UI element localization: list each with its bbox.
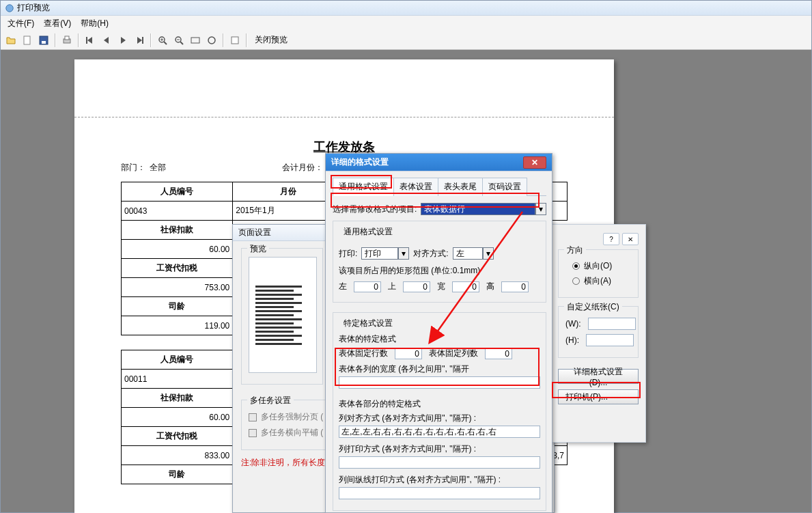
svg-rect-5	[65, 36, 69, 40]
chevron-down-icon[interactable]: ▾	[398, 247, 409, 260]
first-page-icon[interactable]	[83, 32, 98, 48]
detail-format-button[interactable]: 详细格式设置(D)...	[558, 369, 639, 384]
tab-general[interactable]: 通用格式设置	[333, 178, 394, 196]
svg-point-0	[6, 4, 14, 12]
select-item-label: 选择需修改格式的项目:	[333, 204, 417, 215]
col-vline-input[interactable]	[339, 487, 540, 499]
settings-icon[interactable]	[227, 32, 242, 48]
detail-format-dialog: 详细的格式设置 ✕ 通用格式设置 表体设置 表头表尾 页码设置 选择需修改格式的…	[325, 153, 552, 513]
height-label: 高	[486, 281, 494, 292]
paper-legend: 自定义纸张(C)	[564, 301, 622, 313]
fixrow-input[interactable]	[395, 348, 422, 359]
separator	[55, 33, 56, 47]
multi-legend: 多任务设置	[247, 395, 294, 406]
new-icon[interactable]	[20, 32, 35, 48]
window-title: 打印预览	[17, 2, 50, 14]
dept-value: 全部	[150, 162, 166, 174]
col-head: 社保扣款	[122, 389, 233, 408]
menu-file[interactable]: 文件(F)	[3, 16, 38, 31]
cell: 00011	[122, 370, 233, 389]
fixcol-input[interactable]	[485, 348, 512, 359]
body-format-label: 表体的特定格式	[339, 333, 540, 345]
col-head: 司龄	[122, 297, 233, 316]
print-icon[interactable]	[59, 32, 74, 48]
dropdown-value: 表体数据行	[421, 203, 535, 215]
width-label: 宽	[437, 281, 445, 292]
horizontal-tile-checkbox[interactable]	[249, 429, 257, 437]
col-align-input[interactable]	[339, 426, 540, 438]
width-input[interactable]	[452, 281, 479, 292]
col-vline-label: 列间纵线打印方式 (各对齐方式间用", "隔开) :	[339, 474, 540, 486]
left-input[interactable]	[354, 281, 381, 292]
opt2-label: 多任务横向平铺 (	[261, 427, 323, 439]
open-icon[interactable]	[3, 32, 18, 48]
tab-bar: 通用格式设置 表体设置 表头表尾 页码设置	[333, 177, 546, 196]
svg-rect-3	[42, 41, 46, 44]
dropdown-value: 打印	[361, 247, 398, 260]
cell: 119.00	[122, 316, 233, 335]
svg-line-9	[164, 42, 167, 44]
colwidth-input[interactable]	[339, 376, 540, 389]
svg-rect-15	[191, 38, 199, 43]
preview-legend: 预览	[247, 243, 269, 255]
landscape-radio[interactable]	[572, 277, 580, 285]
paper-height-input[interactable]	[586, 334, 634, 346]
col-head: 人员编号	[122, 182, 233, 202]
portrait-radio[interactable]	[572, 262, 580, 270]
help-button[interactable]: ?	[603, 233, 619, 245]
height-input[interactable]	[501, 281, 529, 292]
paper-width-input[interactable]	[588, 318, 636, 330]
rect-label: 该项目所占用的矩形范围 (单位:0.1mm)	[339, 265, 540, 277]
chevron-down-icon[interactable]: ▾	[535, 203, 546, 215]
group-legend: 特定格式设置	[341, 318, 395, 329]
align-dropdown[interactable]: 左 ▾	[453, 247, 494, 260]
tab-headfoot[interactable]: 表头表尾	[438, 178, 483, 196]
special-format-group: 特定格式设置 表体的特定格式 表体固定行数 表体固定列数 表体各列的宽度 (各列…	[333, 312, 546, 511]
tab-body[interactable]: 表体设置	[393, 178, 438, 196]
prev-page-icon[interactable]	[99, 32, 114, 48]
zoom-100-icon[interactable]	[188, 32, 203, 48]
col-head: 工资代扣税	[122, 259, 233, 278]
separator	[150, 33, 152, 47]
page-margin-line	[74, 117, 614, 117]
landscape-label: 横向(A)	[584, 275, 611, 287]
next-page-icon[interactable]	[115, 32, 130, 48]
col-head: 社保扣款	[122, 221, 233, 240]
cell: 00043	[122, 202, 233, 221]
close-button[interactable]: ✕	[622, 233, 639, 245]
col-print-label: 列打印方式 (各对齐方式间用", "隔开) :	[339, 443, 540, 455]
cell: 833.00	[122, 446, 233, 465]
col-head: 司龄	[122, 465, 233, 484]
save-icon[interactable]	[36, 32, 51, 48]
menu-view[interactable]: 查看(V)	[40, 16, 75, 31]
zoom-out-icon[interactable]	[171, 32, 186, 48]
zoom-fit-icon[interactable]	[204, 32, 219, 48]
col-head: 人员编号	[122, 350, 233, 370]
app-icon	[5, 3, 14, 13]
right-panel: ? ✕ 方向 纵向(O) 横向(A) 自定义纸张(C) (W): (H): 详细…	[550, 224, 646, 443]
close-preview-button[interactable]: 关闭预览	[251, 32, 292, 48]
col-head: 工资代扣税	[122, 427, 233, 446]
period-label: 会计月份：	[282, 162, 323, 174]
svg-rect-6	[86, 37, 87, 44]
cell: 60.00	[122, 408, 233, 427]
w-label: (W):	[565, 319, 581, 329]
col-print-input[interactable]	[339, 456, 540, 469]
select-item-dropdown[interactable]: 表体数据行 ▾	[421, 203, 546, 215]
force-pagebreak-checkbox[interactable]	[249, 413, 257, 421]
svg-rect-17	[232, 37, 238, 44]
toolbar: 关闭预览	[1, 31, 811, 50]
last-page-icon[interactable]	[132, 32, 147, 48]
direction-legend: 方向	[564, 245, 586, 256]
close-icon[interactable]: ✕	[523, 156, 546, 169]
tab-pagenum[interactable]: 页码设置	[482, 178, 527, 196]
top-input[interactable]	[403, 281, 430, 292]
printer-button[interactable]: 打印机(P)...	[558, 389, 639, 404]
titlebar: 打印预览	[1, 1, 811, 16]
zoom-in-icon[interactable]	[155, 32, 170, 48]
chevron-down-icon[interactable]: ▾	[483, 247, 494, 260]
cell: 60.00	[122, 240, 233, 259]
menu-help[interactable]: 帮助(H)	[76, 16, 113, 31]
print-label: 打印:	[339, 248, 357, 260]
print-dropdown[interactable]: 打印 ▾	[361, 247, 409, 260]
